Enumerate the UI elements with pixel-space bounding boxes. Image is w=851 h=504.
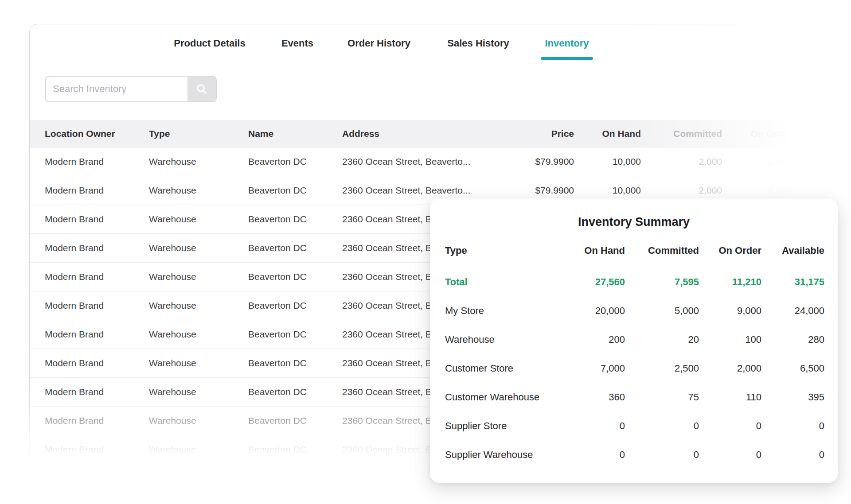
cell-address: 2360 Ocean Street, Beaverto... xyxy=(342,156,500,167)
summary-cell-onorder: 2,000 xyxy=(699,363,761,374)
table-row[interactable]: Modern BrandWarehouseBeaverton DC2360 Oc… xyxy=(30,147,821,176)
cell-onorder: 6,000 xyxy=(722,185,792,196)
cell-name: Beaverton DC xyxy=(248,444,342,455)
summary-row: My Store20,0005,0009,00024,000 xyxy=(445,296,824,325)
summary-column-committed: Committed xyxy=(625,245,699,256)
summary-cell-type: My Store xyxy=(445,305,562,317)
column-header-on-order: On Order xyxy=(722,128,792,139)
summary-cell-type: Total xyxy=(445,276,562,288)
summary-cell-onhand: 7,000 xyxy=(562,363,625,374)
cell-address: 2360 Ocean Street, Beaverto... xyxy=(342,185,500,196)
summary-cell-onorder: 110 xyxy=(699,392,761,403)
cell-onhand: 10,000 xyxy=(574,185,641,196)
summary-cell-type: Warehouse xyxy=(445,334,562,345)
summary-cell-available: 31,175 xyxy=(761,276,824,288)
cell-name: Beaverton DC xyxy=(248,185,342,196)
cell-owner: Modern Brand xyxy=(45,415,149,426)
cell-name: Beaverton DC xyxy=(248,387,342,397)
column-header-type: Type xyxy=(149,128,248,139)
summary-cell-onhand: 360 xyxy=(562,392,625,403)
summary-cell-committed: 5,000 xyxy=(625,305,699,317)
cell-type: Warehouse xyxy=(149,156,248,167)
cell-type: Warehouse xyxy=(149,444,248,455)
cell-owner: Modern Brand xyxy=(45,271,149,282)
summary-cell-onhand: 200 xyxy=(562,334,625,345)
summary-cell-onhand: 27,560 xyxy=(562,276,625,288)
summary-table-body: Total27,5607,59511,21031,175My Store20,0… xyxy=(430,268,838,469)
summary-cell-available: 280 xyxy=(761,334,824,345)
cell-owner: Modern Brand xyxy=(45,358,149,368)
cell-onorder: 6,000 xyxy=(722,156,792,167)
summary-cell-onorder: 0 xyxy=(699,449,761,461)
summary-cell-onhand: 20,000 xyxy=(562,305,625,317)
cell-owner: Modern Brand xyxy=(45,387,149,397)
cell-owner: Modern Brand xyxy=(45,214,149,225)
summary-cell-type: Supplier Warehouse xyxy=(445,449,562,461)
summary-cell-onorder: 0 xyxy=(699,420,761,432)
cell-owner: Modern Brand xyxy=(45,185,149,196)
summary-cell-available: 0 xyxy=(761,420,824,432)
cell-price: $79.9900 xyxy=(500,185,574,196)
cell-type: Warehouse xyxy=(149,415,248,426)
summary-cell-available: 395 xyxy=(761,392,824,403)
column-header-committed: Committed xyxy=(641,128,722,139)
summary-row: Supplier Warehouse0000 xyxy=(445,440,824,469)
cell-owner: Modern Brand xyxy=(45,329,149,340)
summary-cell-type: Customer Store xyxy=(445,363,562,374)
summary-row: Supplier Store0000 xyxy=(445,411,824,440)
cell-type: Warehouse xyxy=(149,243,248,253)
summary-cell-onorder: 100 xyxy=(699,334,761,345)
tab-events[interactable]: Events xyxy=(281,35,313,52)
summary-cell-committed: 0 xyxy=(625,449,699,461)
summary-cell-committed: 75 xyxy=(625,392,699,403)
cell-name: Beaverton DC xyxy=(248,415,342,426)
cell-owner: Modern Brand xyxy=(45,444,149,455)
cell-type: Warehouse xyxy=(149,271,248,282)
cell-owner: Modern Brand xyxy=(45,243,149,253)
summary-column-available: Available xyxy=(761,245,824,256)
popup-title: Inventory Summary xyxy=(430,213,838,230)
summary-column-type: Type xyxy=(445,245,562,256)
summary-cell-available: 0 xyxy=(761,449,824,461)
tab-order-history[interactable]: Order History xyxy=(347,35,410,52)
search-input[interactable] xyxy=(46,77,187,101)
cell-name: Beaverton DC xyxy=(248,329,342,340)
column-header-name: Name xyxy=(248,128,342,139)
cell-name: Beaverton DC xyxy=(248,300,342,311)
search-button[interactable] xyxy=(187,77,216,101)
cell-committed: 2,000 xyxy=(641,156,722,167)
column-header-location-owner: Location Owner xyxy=(45,128,149,139)
active-tab-underline xyxy=(541,57,593,60)
cell-type: Warehouse xyxy=(149,329,248,340)
search-icon xyxy=(195,83,208,95)
summary-cell-type: Customer Warehouse xyxy=(445,392,562,403)
summary-cell-available: 24,000 xyxy=(761,305,824,317)
search-bar xyxy=(45,76,217,102)
summary-column-on-hand: On Hand xyxy=(562,245,625,256)
summary-cell-onhand: 0 xyxy=(562,420,625,432)
summary-cell-committed: 0 xyxy=(625,420,699,432)
tab-sales-history[interactable]: Sales History xyxy=(447,35,509,52)
summary-cell-onhand: 0 xyxy=(562,449,625,461)
cell-owner: Modern Brand xyxy=(45,300,149,311)
column-header-price: Price xyxy=(500,128,574,139)
cell-type: Warehouse xyxy=(149,214,248,225)
cell-type: Warehouse xyxy=(149,387,248,397)
cell-committed: 2,000 xyxy=(641,185,722,196)
summary-column-on-order: On Order xyxy=(699,245,761,256)
cell-name: Beaverton DC xyxy=(248,214,342,225)
summary-row: Customer Warehouse36075110395 xyxy=(445,383,824,411)
summary-cell-committed: 20 xyxy=(625,334,699,345)
summary-table-header: Type On Hand Committed On Order Availabl… xyxy=(445,239,824,262)
inventory-table-header: Location Owner Type Name Address Price O… xyxy=(30,120,821,147)
summary-row: Total27,5607,59511,21031,175 xyxy=(445,268,824,296)
cell-name: Beaverton DC xyxy=(248,358,342,368)
summary-cell-onorder: 11,210 xyxy=(699,276,761,288)
cell-owner: Modern Brand xyxy=(45,156,149,167)
summary-row: Customer Store7,0002,5002,0006,500 xyxy=(445,354,824,383)
tab-product-details[interactable]: Product Details xyxy=(174,35,245,52)
cell-name: Beaverton DC xyxy=(248,271,342,282)
summary-cell-onorder: 9,000 xyxy=(699,305,761,317)
tab-inventory[interactable]: Inventory xyxy=(545,35,589,52)
summary-row: Warehouse20020100280 xyxy=(445,325,824,354)
